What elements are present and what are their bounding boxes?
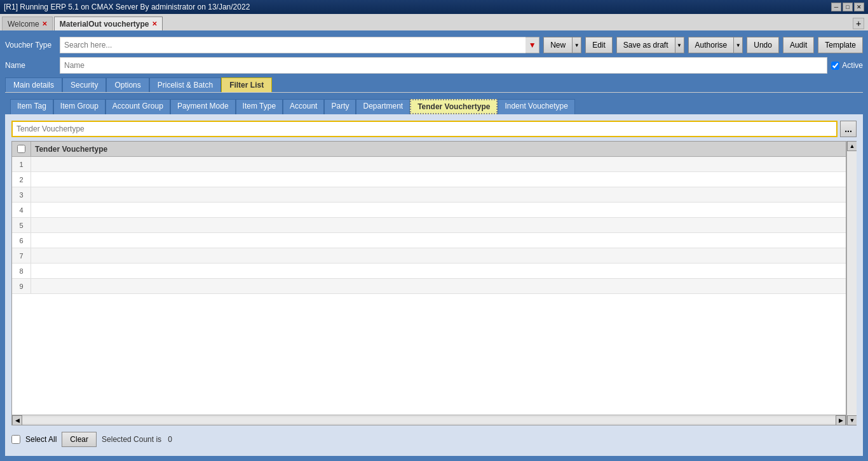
minimize-button[interactable]: ─ bbox=[831, 3, 841, 11]
save-as-draft-button[interactable]: Save as draft bbox=[616, 37, 675, 53]
voucher-type-label: Voucher Type bbox=[5, 41, 56, 50]
sub-tab-account-group[interactable]: Account Group bbox=[105, 99, 170, 114]
save-dropdown-button[interactable]: ▼ bbox=[675, 37, 684, 53]
sub-tab-item-group[interactable]: Item Group bbox=[53, 99, 105, 114]
nav-tabs: Main details Security Options Pricelist … bbox=[5, 77, 863, 93]
save-btn-group: Save as draft ▼ bbox=[616, 37, 684, 53]
voucher-search-input[interactable] bbox=[60, 37, 539, 53]
tab-bar: Welcome ✕ MaterialOut vouchertype ✕ + bbox=[0, 14, 868, 32]
row-num: 4 bbox=[12, 203, 31, 217]
tab-security[interactable]: Security bbox=[62, 77, 106, 92]
grid-panel: ... Tender Vouchertype 1 bbox=[5, 114, 863, 456]
data-grid: Tender Vouchertype 1 2 3 bbox=[11, 141, 846, 425]
close-button[interactable]: ✕ bbox=[854, 3, 864, 11]
undo-button[interactable]: Undo bbox=[747, 37, 779, 53]
tab-options[interactable]: Options bbox=[106, 77, 149, 92]
table-row: 5 bbox=[12, 218, 846, 233]
row-num: 8 bbox=[12, 264, 31, 278]
v-scroll-track[interactable] bbox=[847, 151, 857, 415]
select-all-checkbox[interactable] bbox=[11, 435, 20, 444]
sub-tab-item-type[interactable]: Item Type bbox=[236, 99, 283, 114]
new-dropdown-button[interactable]: ▼ bbox=[573, 37, 581, 53]
sub-tab-department[interactable]: Department bbox=[356, 99, 410, 114]
table-row: 9 bbox=[12, 279, 846, 294]
row-num: 1 bbox=[12, 157, 31, 171]
name-input[interactable] bbox=[60, 57, 827, 74]
main-content: Voucher Type ▼ New ▼ Edit Save as draft … bbox=[0, 32, 868, 461]
maximize-button[interactable]: □ bbox=[843, 3, 853, 11]
tab-materialout-close[interactable]: ✕ bbox=[152, 20, 157, 27]
h-scroll-left[interactable]: ◀ bbox=[12, 415, 22, 425]
grid-search-row: ... bbox=[11, 121, 857, 137]
sub-tab-indent-vouchetype[interactable]: Indent Vouchetype bbox=[498, 99, 574, 114]
authorise-btn-group: Authorise ▼ bbox=[688, 37, 743, 53]
selected-count-text: Selected Count is 0 bbox=[102, 435, 172, 444]
active-checkbox[interactable] bbox=[831, 62, 839, 70]
grid-column-header: Tender Vouchertype bbox=[31, 145, 846, 154]
table-row: 8 bbox=[12, 264, 846, 279]
row-num: 2 bbox=[12, 172, 31, 187]
edit-button[interactable]: Edit bbox=[585, 37, 613, 53]
row-num: 7 bbox=[12, 248, 31, 263]
v-scroll-down[interactable]: ▼ bbox=[847, 415, 857, 425]
h-scroll-track[interactable] bbox=[22, 417, 836, 424]
row-num: 6 bbox=[12, 233, 31, 248]
sub-tab-account[interactable]: Account bbox=[283, 99, 324, 114]
grid-header-checkbox[interactable] bbox=[17, 145, 25, 153]
voucher-search-dropdown[interactable]: ▼ bbox=[526, 37, 539, 53]
new-btn-group: New ▼ bbox=[543, 37, 581, 53]
bottom-bar: Select All Clear Selected Count is 0 bbox=[11, 429, 857, 450]
row-num: 3 bbox=[12, 187, 31, 202]
tab-filter-list[interactable]: Filter List bbox=[221, 77, 272, 92]
tab-main-details[interactable]: Main details bbox=[5, 77, 62, 92]
active-checkbox-area: Active bbox=[831, 61, 863, 70]
new-button[interactable]: New bbox=[543, 37, 573, 53]
grid-search-button[interactable]: ... bbox=[840, 121, 857, 137]
sub-tab-payment-mode[interactable]: Payment Mode bbox=[170, 99, 236, 114]
app-title: [R1] Running ERP 5.1 on CMAX Server By a… bbox=[4, 3, 250, 11]
select-all-label: Select All bbox=[25, 435, 57, 444]
tab-welcome-close[interactable]: ✕ bbox=[42, 20, 47, 27]
active-label: Active bbox=[842, 61, 863, 70]
authorise-dropdown-button[interactable]: ▼ bbox=[734, 37, 743, 53]
horizontal-scrollbar: ◀ ▶ bbox=[12, 415, 846, 425]
row-num: 5 bbox=[12, 218, 31, 232]
table-row: 7 bbox=[12, 248, 846, 264]
voucher-search-container: ▼ bbox=[60, 37, 539, 53]
sub-tab-tender-vouchertype[interactable]: Tender Vouchertype bbox=[410, 99, 498, 114]
sub-tab-party[interactable]: Party bbox=[324, 99, 356, 114]
template-button[interactable]: Template bbox=[818, 37, 863, 53]
toolbar-row: Voucher Type ▼ New ▼ Edit Save as draft … bbox=[5, 37, 863, 53]
vertical-scrollbar: ▲ ▼ bbox=[846, 141, 857, 425]
tabs-container: Welcome ✕ MaterialOut vouchertype ✕ bbox=[2, 17, 163, 30]
v-scroll-up[interactable]: ▲ bbox=[847, 141, 857, 151]
row-num: 9 bbox=[12, 279, 31, 293]
name-label: Name bbox=[5, 61, 56, 70]
grid-header-checkbox-cell bbox=[12, 142, 31, 156]
add-tab-button[interactable]: + bbox=[853, 18, 864, 29]
table-row: 2 bbox=[12, 172, 846, 187]
grid-header: Tender Vouchertype bbox=[12, 142, 846, 157]
table-row: 6 bbox=[12, 233, 846, 248]
authorise-button[interactable]: Authorise bbox=[688, 37, 735, 53]
table-row: 4 bbox=[12, 203, 846, 218]
audit-button[interactable]: Audit bbox=[783, 37, 814, 53]
clear-button[interactable]: Clear bbox=[62, 432, 97, 447]
dropdown-arrow-icon: ▼ bbox=[529, 41, 536, 50]
grid-search-input[interactable] bbox=[11, 121, 837, 137]
name-row: Name Active bbox=[5, 57, 863, 74]
window-controls: ─ □ ✕ bbox=[831, 3, 864, 11]
tab-materialout[interactable]: MaterialOut vouchertype ✕ bbox=[54, 17, 163, 30]
table-row: 1 bbox=[12, 157, 846, 172]
table-row: 3 bbox=[12, 187, 846, 203]
filter-content: Item Tag Item Group Account Group Paymen… bbox=[5, 97, 863, 456]
tab-pricelist-batch[interactable]: Pricelist & Batch bbox=[149, 77, 221, 92]
tab-welcome[interactable]: Welcome ✕ bbox=[2, 17, 53, 30]
title-bar: [R1] Running ERP 5.1 on CMAX Server By a… bbox=[0, 0, 868, 14]
form-area: Name Active Main details Security Option… bbox=[5, 57, 863, 93]
sub-tabs: Item Tag Item Group Account Group Paymen… bbox=[5, 97, 863, 114]
sub-tab-item-tag[interactable]: Item Tag bbox=[10, 99, 53, 114]
h-scroll-right[interactable]: ▶ bbox=[836, 415, 846, 425]
grid-body: 1 2 3 4 bbox=[12, 157, 846, 415]
data-grid-wrapper: Tender Vouchertype 1 2 3 bbox=[11, 141, 857, 425]
